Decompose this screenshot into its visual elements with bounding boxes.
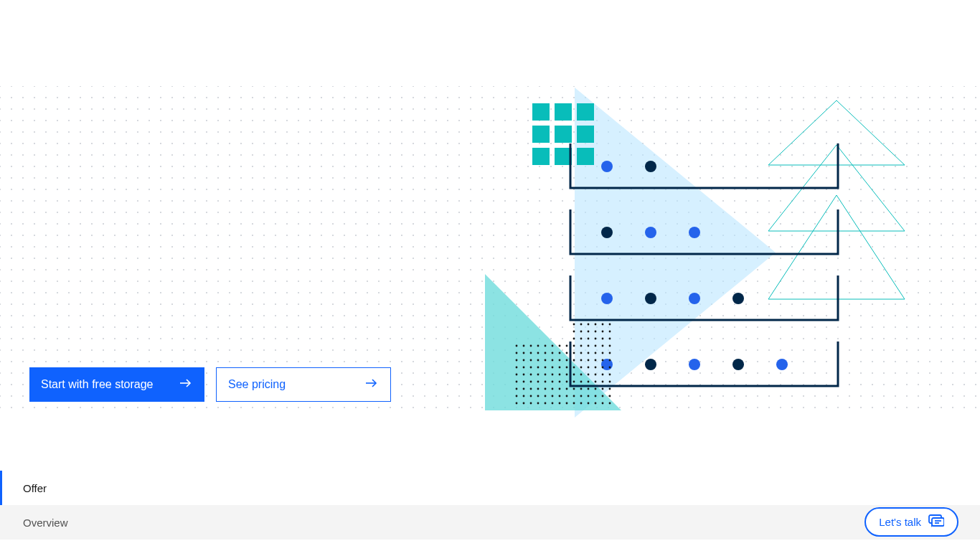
svg-point-88 [516,367,518,369]
svg-point-61 [523,352,525,354]
svg-point-69 [580,352,583,354]
svg-point-110 [573,374,575,376]
svg-point-112 [588,374,590,376]
svg-point-55 [580,345,583,347]
svg-point-122 [559,381,561,383]
primary-cta-button[interactable]: Start with free storage [29,367,204,402]
svg-point-104 [530,374,532,376]
svg-point-32 [602,324,604,326]
svg-point-166 [573,402,575,405]
svg-point-86 [602,359,604,362]
chat-label: Let's talk [879,516,921,528]
section-nav: Offer Overview [0,471,980,540]
arrow-right-icon [364,376,379,393]
svg-point-56 [588,345,590,347]
svg-point-45 [609,338,611,340]
svg-point-37 [595,331,597,333]
svg-point-143 [609,388,611,390]
secondary-cta-label: See pricing [228,378,286,391]
svg-rect-13 [577,148,594,165]
svg-point-29 [580,324,583,326]
svg-point-65 [552,352,554,354]
svg-rect-8 [532,126,550,143]
svg-point-124 [573,381,575,383]
svg-point-162 [545,402,547,405]
svg-point-147 [537,395,540,397]
chat-button[interactable]: Let's talk [864,507,958,537]
svg-point-100 [602,367,604,369]
svg-point-39 [609,331,611,333]
svg-point-102 [516,374,518,376]
svg-point-44 [602,338,604,340]
svg-point-155 [595,395,597,397]
svg-point-68 [573,352,575,354]
svg-point-157 [609,395,611,397]
svg-point-93 [552,367,554,369]
svg-point-71 [595,352,597,354]
svg-point-35 [580,331,583,333]
svg-point-14 [601,161,613,172]
svg-point-85 [595,359,597,362]
hero: Start with free storage See pricing [0,0,980,505]
svg-point-47 [523,345,525,347]
svg-point-42 [588,338,590,340]
svg-point-158 [516,402,518,405]
svg-point-125 [580,381,583,383]
svg-point-117 [523,381,525,383]
svg-point-123 [566,381,568,383]
svg-point-164 [559,402,561,405]
svg-point-50 [545,345,547,347]
svg-point-149 [552,395,554,397]
svg-point-92 [545,367,547,369]
svg-point-107 [552,374,554,376]
svg-point-101 [609,367,611,369]
svg-point-151 [566,395,568,397]
svg-point-134 [545,388,547,390]
svg-point-21 [689,293,700,304]
svg-rect-9 [555,126,572,143]
svg-point-54 [573,345,575,347]
svg-point-51 [552,345,554,347]
svg-point-129 [609,381,611,383]
svg-point-130 [516,388,518,390]
svg-point-154 [588,395,590,397]
svg-point-170 [602,402,604,405]
svg-point-109 [566,374,568,376]
nav-item-overview[interactable]: Overview [0,505,980,540]
svg-point-108 [559,374,561,376]
svg-point-169 [595,402,597,405]
svg-point-36 [588,331,590,333]
nav-item-offer[interactable]: Offer [0,471,980,505]
svg-point-159 [523,402,525,405]
svg-point-20 [645,293,656,304]
svg-point-30 [588,324,590,326]
chat-icon [928,514,944,529]
svg-point-153 [580,395,583,397]
svg-point-146 [530,395,532,397]
svg-point-53 [566,345,568,347]
svg-rect-12 [555,148,572,165]
svg-point-48 [530,345,532,347]
svg-point-84 [588,359,590,362]
svg-rect-175 [932,518,944,526]
svg-point-168 [588,402,590,405]
svg-point-136 [559,388,561,390]
svg-point-62 [530,352,532,354]
svg-point-58 [602,345,604,347]
svg-point-18 [689,227,700,238]
svg-point-132 [530,388,532,390]
svg-point-17 [645,227,656,238]
secondary-cta-button[interactable]: See pricing [216,367,391,402]
svg-point-52 [559,345,561,347]
svg-point-127 [595,381,597,383]
svg-point-133 [537,388,540,390]
svg-point-87 [609,359,611,362]
svg-point-67 [566,352,568,354]
nav-item-label: Overview [23,517,68,529]
svg-point-97 [580,367,583,369]
svg-point-80 [559,359,561,362]
svg-point-121 [552,381,554,383]
svg-point-105 [537,374,540,376]
svg-point-15 [645,161,656,172]
svg-point-25 [689,359,700,370]
